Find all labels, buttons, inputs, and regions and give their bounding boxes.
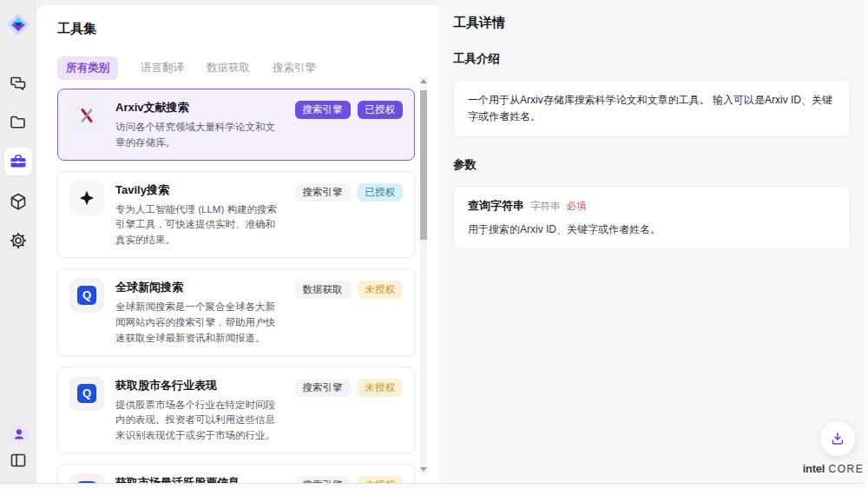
tool-text: Tavily搜索 专为人工智能代理 (LLM) 构建的搜索引擎工具，可快速提供实…: [115, 181, 284, 248]
category-badge: 数据获取: [295, 281, 351, 299]
param-box: 查询字符串 字符串 必填 用于搜索的Arxiv ID、关键字或作者姓名。: [453, 186, 851, 249]
tool-card-arxiv[interactable]: Arxiv文献搜索 访问各个研究领域大量科学论文和文章的存储库。 搜索引擎 已授…: [57, 89, 415, 161]
brand-gem-logo-icon: [6, 12, 30, 36]
download-icon: [829, 430, 846, 447]
category-badge: 搜索引擎: [295, 379, 351, 397]
settings-gear-icon[interactable]: [9, 231, 28, 250]
tool-badges: 数据获取 未授权: [295, 281, 404, 346]
param-name: 查询字符串: [468, 198, 524, 214]
list-scrollbar[interactable]: [420, 76, 427, 474]
q-glyph: Q: [77, 384, 96, 403]
app-window: 工具集 所有类别 语言翻译 数据获取 搜索引擎 A: [0, 0, 868, 489]
param-required-flag: 必填: [567, 200, 587, 213]
page-title: 工具集: [57, 21, 415, 37]
tool-name: Arxiv文献搜索: [115, 100, 284, 116]
param-header: 查询字符串 字符串 必填: [468, 198, 836, 214]
intro-text: 一个用于从Arxiv存储库搜索科学论文和文章的工具。 输入可以是Arxiv ID…: [468, 92, 836, 125]
tool-text: 全球新闻搜索 全球新闻搜索是一个聚合全球各大新闻网站内容的搜索引擎，帮助用户快速…: [115, 278, 284, 346]
tool-card-sector-performance[interactable]: Q 获取股市各行业表现 提供股票市场各个行业在特定时间段内的表现。投资者可以利用…: [57, 367, 415, 453]
q-glyph: Q: [77, 286, 96, 305]
tavily-star-icon: [69, 181, 104, 215]
tool-text: Arxiv文献搜索 访问各个研究领域大量科学论文和文章的存储库。: [115, 98, 284, 151]
panel-toggle-icon[interactable]: [9, 451, 28, 470]
tool-description: 访问各个研究领域大量科学论文和文章的存储库。: [115, 120, 284, 151]
arxiv-logo-icon: [69, 98, 104, 133]
tool-badges: 搜索引擎 未授权: [295, 379, 404, 444]
tool-card-list: Arxiv文献搜索 访问各个研究领域大量科学论文和文章的存储库。 搜索引擎 已授…: [57, 89, 415, 489]
tool-description: 专为人工智能代理 (LLM) 构建的搜索引擎工具，可快速提供实时、准确和真实的结…: [115, 202, 284, 248]
auth-status-badge: 已授权: [358, 101, 404, 119]
scrollbar-down-arrow-icon[interactable]: [420, 467, 427, 472]
tool-name: 获取股市各行业表现: [115, 378, 284, 393]
tool-name: Tavily搜索: [115, 182, 284, 198]
category-badge: 搜索引擎: [295, 183, 351, 202]
tab-search-engine[interactable]: 搜索引擎: [273, 56, 316, 80]
tool-description: 提供股票市场各个行业在特定时间段内的表现。投资者可以利用这些信息来识别表现优于或…: [115, 398, 284, 444]
chat-icon[interactable]: [9, 75, 28, 94]
params-heading: 参数: [453, 157, 851, 173]
cube-icon[interactable]: [9, 192, 28, 211]
tool-list-panel: 工具集 所有类别 语言翻译 数据获取 搜索引擎 A: [36, 5, 439, 483]
tool-badges: 搜索引擎 已授权: [295, 183, 404, 248]
auth-status-badge: 未授权: [358, 281, 404, 299]
auth-status-badge: 已授权: [358, 183, 404, 202]
q-blue-icon: Q: [69, 376, 104, 411]
q-blue-icon: Q: [69, 278, 104, 313]
param-type: 字符串: [530, 200, 561, 213]
tab-language-translation[interactable]: 语言翻译: [141, 56, 184, 80]
auth-status-badge: 未授权: [358, 379, 404, 397]
user-avatar-icon[interactable]: [9, 424, 30, 445]
folder-icon[interactable]: [9, 113, 28, 132]
window-bottom-edge: [0, 483, 868, 489]
tool-detail-panel: 工具详情 工具介绍 一个用于从Arxiv存储库搜索科学论文和文章的工具。 输入可…: [439, 0, 864, 483]
intro-box: 一个用于从Arxiv存储库搜索科学论文和文章的工具。 输入可以是Arxiv ID…: [453, 80, 851, 137]
sidebar-rail: [0, 0, 36, 483]
tab-all-categories[interactable]: 所有类别: [57, 56, 118, 80]
tool-card-global-news[interactable]: Q 全球新闻搜索 全球新闻搜索是一个聚合全球各大新闻网站内容的搜索引擎，帮助用户…: [57, 268, 415, 355]
scrollbar-thumb[interactable]: [420, 90, 427, 240]
detail-title: 工具详情: [453, 15, 851, 31]
intro-heading: 工具介绍: [453, 51, 851, 67]
core-brand-text: core: [829, 463, 865, 475]
tool-card-tavily[interactable]: Tavily搜索 专为人工智能代理 (LLM) 构建的搜索引擎工具，可快速提供实…: [57, 171, 415, 258]
category-badge: 搜索引擎: [295, 101, 351, 119]
download-button[interactable]: [820, 421, 855, 456]
param-description: 用于搜索的Arxiv ID、关键字或作者姓名。: [468, 222, 836, 237]
window-right-edge: [864, 0, 868, 489]
intel-brand-text: intel: [803, 462, 825, 475]
tab-data-fetch[interactable]: 数据获取: [207, 56, 250, 80]
category-tabs: 所有类别 语言翻译 数据获取 搜索引擎: [57, 56, 415, 80]
tool-name: 全球新闻搜索: [115, 280, 284, 295]
scrollbar-up-arrow-icon[interactable]: [420, 79, 427, 83]
tool-description: 全球新闻搜索是一个聚合全球各大新闻网站内容的搜索引擎，帮助用户快速获取全球最新资…: [115, 300, 284, 346]
tool-text: 获取股市各行业表现 提供股票市场各个行业在特定时间段内的表现。投资者可以利用这些…: [115, 376, 284, 444]
toolbox-icon[interactable]: [4, 148, 32, 175]
tool-badges: 搜索引擎 已授权: [295, 101, 404, 151]
